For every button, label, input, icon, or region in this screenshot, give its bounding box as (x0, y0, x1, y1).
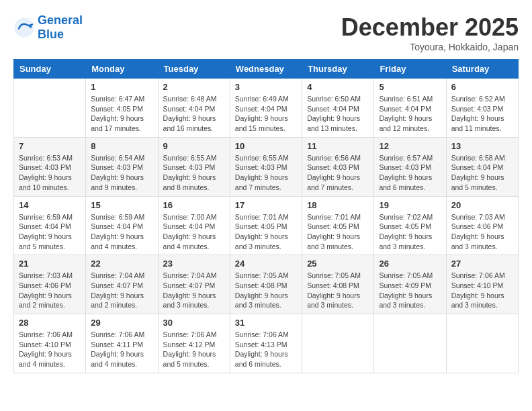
day-info: Sunrise: 6:52 AM Sunset: 4:03 PM Dayligh… (451, 94, 513, 134)
daylight-text: Daylight: 9 hours and 15 minutes. (235, 114, 288, 132)
day-info: Sunrise: 6:50 AM Sunset: 4:04 PM Dayligh… (307, 94, 369, 134)
sunrise-text: Sunrise: 6:50 AM (307, 95, 361, 103)
day-info: Sunrise: 6:59 AM Sunset: 4:04 PM Dayligh… (91, 212, 152, 252)
day-number: 13 (451, 141, 513, 151)
daylight-text: Daylight: 9 hours and 3 minutes. (379, 232, 432, 250)
sunrise-text: Sunrise: 6:53 AM (19, 154, 73, 162)
day-info: Sunrise: 6:54 AM Sunset: 4:03 PM Dayligh… (91, 153, 152, 193)
day-number: 11 (307, 141, 369, 151)
logo-icon (13, 17, 35, 38)
sunset-text: Sunset: 4:05 PM (379, 222, 431, 230)
day-number: 27 (451, 259, 513, 269)
day-info: Sunrise: 7:01 AM Sunset: 4:05 PM Dayligh… (235, 212, 297, 252)
calendar-cell (14, 79, 86, 138)
day-info: Sunrise: 7:04 AM Sunset: 4:07 PM Dayligh… (163, 271, 225, 310)
calendar-cell: 30 Sunrise: 7:06 AM Sunset: 4:12 PM Dayl… (158, 314, 230, 373)
sunrise-text: Sunrise: 6:54 AM (91, 154, 144, 162)
page-header: General Blue December 2025 Toyoura, Hokk… (13, 13, 519, 52)
sunrise-text: Sunrise: 6:51 AM (379, 95, 433, 103)
day-number: 9 (163, 141, 225, 151)
day-number: 6 (451, 82, 513, 92)
sunrise-text: Sunrise: 7:04 AM (91, 271, 144, 279)
calendar-week-row: 14 Sunrise: 6:59 AM Sunset: 4:04 PM Dayl… (14, 196, 519, 255)
calendar-cell: 20 Sunrise: 7:03 AM Sunset: 4:06 PM Dayl… (446, 196, 518, 255)
calendar-cell: 14 Sunrise: 6:59 AM Sunset: 4:04 PM Dayl… (14, 196, 86, 255)
day-info: Sunrise: 6:48 AM Sunset: 4:04 PM Dayligh… (163, 94, 225, 134)
sunset-text: Sunset: 4:12 PM (163, 340, 216, 349)
weekday-header: Thursday (302, 60, 374, 79)
sunset-text: Sunset: 4:06 PM (19, 281, 71, 289)
sunset-text: Sunset: 4:09 PM (379, 281, 431, 289)
day-number: 15 (91, 200, 152, 210)
sunrise-text: Sunrise: 6:49 AM (235, 95, 289, 103)
sunrise-text: Sunrise: 7:01 AM (307, 213, 361, 221)
day-info: Sunrise: 6:55 AM Sunset: 4:03 PM Dayligh… (163, 153, 225, 193)
daylight-text: Daylight: 9 hours and 5 minutes. (19, 232, 72, 250)
weekday-header: Saturday (446, 60, 518, 79)
calendar-week-row: 28 Sunrise: 7:06 AM Sunset: 4:10 PM Dayl… (14, 314, 519, 373)
sunset-text: Sunset: 4:06 PM (451, 222, 504, 230)
sunrise-text: Sunrise: 6:57 AM (379, 154, 433, 162)
calendar-cell: 26 Sunrise: 7:05 AM Sunset: 4:09 PM Dayl… (374, 255, 446, 314)
weekday-header: Friday (374, 60, 446, 79)
calendar-cell: 31 Sunrise: 7:06 AM Sunset: 4:13 PM Dayl… (230, 314, 302, 373)
day-number: 10 (235, 141, 297, 151)
day-info: Sunrise: 7:03 AM Sunset: 4:06 PM Dayligh… (19, 271, 81, 310)
day-number: 8 (91, 141, 152, 151)
daylight-text: Daylight: 9 hours and 3 minutes. (163, 291, 216, 310)
sunset-text: Sunset: 4:03 PM (163, 163, 216, 171)
calendar-cell: 9 Sunrise: 6:55 AM Sunset: 4:03 PM Dayli… (158, 137, 230, 196)
calendar-week-row: 21 Sunrise: 7:03 AM Sunset: 4:06 PM Dayl… (14, 255, 519, 314)
daylight-text: Daylight: 9 hours and 6 minutes. (235, 350, 288, 368)
calendar-header-row: SundayMondayTuesdayWednesdayThursdayFrid… (14, 60, 519, 79)
weekday-header: Monday (86, 60, 158, 79)
daylight-text: Daylight: 9 hours and 13 minutes. (307, 114, 360, 132)
calendar: SundayMondayTuesdayWednesdayThursdayFrid… (13, 59, 519, 373)
day-info: Sunrise: 7:06 AM Sunset: 4:10 PM Dayligh… (19, 330, 81, 369)
day-info: Sunrise: 6:58 AM Sunset: 4:04 PM Dayligh… (451, 153, 513, 193)
daylight-text: Daylight: 9 hours and 11 minutes. (451, 114, 504, 132)
day-info: Sunrise: 7:05 AM Sunset: 4:08 PM Dayligh… (307, 271, 369, 310)
daylight-text: Daylight: 9 hours and 5 minutes. (163, 350, 216, 368)
calendar-cell: 23 Sunrise: 7:04 AM Sunset: 4:07 PM Dayl… (158, 255, 230, 314)
day-number: 28 (19, 318, 81, 328)
day-number: 4 (307, 82, 369, 92)
calendar-week-row: 7 Sunrise: 6:53 AM Sunset: 4:03 PM Dayli… (14, 137, 519, 196)
sunrise-text: Sunrise: 7:06 AM (163, 330, 217, 338)
day-info: Sunrise: 6:56 AM Sunset: 4:03 PM Dayligh… (307, 153, 369, 193)
daylight-text: Daylight: 9 hours and 7 minutes. (235, 173, 288, 191)
calendar-cell (374, 314, 446, 373)
sunset-text: Sunset: 4:04 PM (451, 163, 504, 171)
sunset-text: Sunset: 4:04 PM (163, 105, 216, 113)
weekday-header: Wednesday (230, 60, 302, 79)
sunrise-text: Sunrise: 7:04 AM (163, 271, 217, 279)
daylight-text: Daylight: 9 hours and 3 minutes. (235, 232, 288, 250)
sunset-text: Sunset: 4:04 PM (379, 105, 431, 113)
day-info: Sunrise: 6:47 AM Sunset: 4:05 PM Dayligh… (91, 94, 152, 134)
day-number: 22 (91, 259, 152, 269)
sunset-text: Sunset: 4:03 PM (451, 105, 504, 113)
daylight-text: Daylight: 9 hours and 3 minutes. (307, 232, 360, 250)
day-number: 31 (235, 318, 297, 328)
day-info: Sunrise: 7:03 AM Sunset: 4:06 PM Dayligh… (451, 212, 513, 252)
day-info: Sunrise: 6:53 AM Sunset: 4:03 PM Dayligh… (19, 153, 81, 193)
calendar-cell: 28 Sunrise: 7:06 AM Sunset: 4:10 PM Dayl… (14, 314, 86, 373)
sunset-text: Sunset: 4:03 PM (19, 163, 71, 171)
sunset-text: Sunset: 4:03 PM (235, 163, 287, 171)
day-info: Sunrise: 6:49 AM Sunset: 4:04 PM Dayligh… (235, 94, 297, 134)
calendar-cell: 16 Sunrise: 7:00 AM Sunset: 4:04 PM Dayl… (158, 196, 230, 255)
daylight-text: Daylight: 9 hours and 7 minutes. (307, 173, 360, 191)
daylight-text: Daylight: 9 hours and 5 minutes. (451, 173, 504, 191)
sunset-text: Sunset: 4:08 PM (235, 281, 287, 289)
day-info: Sunrise: 7:00 AM Sunset: 4:04 PM Dayligh… (163, 212, 225, 252)
sunset-text: Sunset: 4:07 PM (163, 281, 216, 289)
daylight-text: Daylight: 9 hours and 3 minutes. (307, 291, 360, 310)
sunset-text: Sunset: 4:10 PM (451, 281, 504, 289)
calendar-cell: 22 Sunrise: 7:04 AM Sunset: 4:07 PM Dayl… (86, 255, 158, 314)
day-number: 20 (451, 200, 513, 210)
sunrise-text: Sunrise: 7:05 AM (307, 271, 361, 279)
day-info: Sunrise: 6:59 AM Sunset: 4:04 PM Dayligh… (19, 212, 81, 252)
day-number: 25 (307, 259, 369, 269)
calendar-cell: 4 Sunrise: 6:50 AM Sunset: 4:04 PM Dayli… (302, 79, 374, 138)
sunset-text: Sunset: 4:03 PM (91, 163, 143, 171)
